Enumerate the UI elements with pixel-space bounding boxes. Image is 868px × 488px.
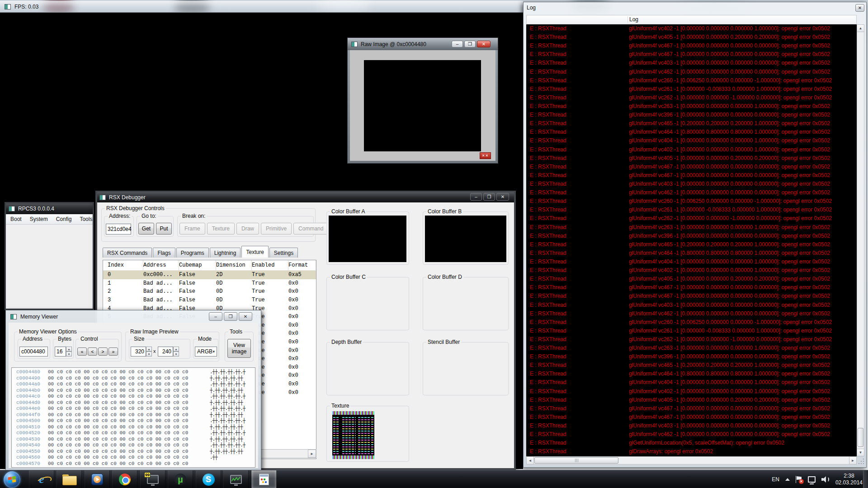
log-row[interactable]: E : RSXThread glUniform4f vc405 -1 [0.00… xyxy=(526,33,857,42)
col-format[interactable]: Format xyxy=(288,260,316,270)
log-row[interactable]: E : RSXThread glUniform4f vc402 -1 [0.00… xyxy=(526,145,857,154)
log-row[interactable]: E : RSXThread glUniform4f vc261 -1 [0.00… xyxy=(526,327,857,335)
log-row[interactable]: E : RSXThread glUniform4f vc462 -1 [0.00… xyxy=(526,188,857,197)
put-button[interactable]: Put xyxy=(156,223,172,235)
log-row[interactable]: E : RSXThread glUniform4f vc467 -1 [0.00… xyxy=(526,292,857,300)
log-row[interactable]: E : RSXThread glUniform4f vc467 -1 [0.00… xyxy=(526,283,857,292)
log-row[interactable]: E : RSXThread glUniform4f vc263 -1 [0.00… xyxy=(526,102,857,111)
bytes-spinner[interactable]: ▲▼ xyxy=(66,347,72,357)
horizontal-scroll-thumb[interactable] xyxy=(534,457,618,464)
log-row[interactable]: E : RSXThread glUniform4f vc402 -1 [0.00… xyxy=(526,266,857,275)
log-row[interactable]: E : RSXThread glUniform4f vc464 -1 [0.80… xyxy=(526,249,857,258)
rsx-tab[interactable]: RSX Commands xyxy=(103,248,152,258)
minimize-button[interactable]: – xyxy=(452,41,463,47)
taskbar-button-chrome[interactable] xyxy=(112,470,137,488)
scroll-down-arrow[interactable]: ▼ xyxy=(857,449,864,456)
memory-nav-button[interactable]: < xyxy=(88,347,97,356)
fps-window-titlebar[interactable]: FPS: 0.03 xyxy=(0,1,523,13)
menu-item[interactable]: Config xyxy=(56,216,72,222)
show-desktop-button[interactable] xyxy=(863,470,868,488)
scroll-left-arrow[interactable]: ◄ xyxy=(526,456,534,465)
break-button[interactable]: Draw xyxy=(236,223,259,235)
log-row[interactable]: E : RSXThread glUniform4f vc262 -1 [0.00… xyxy=(526,214,857,223)
log-row[interactable]: E : RSXThread glUniform4f vc462 -1 [0.00… xyxy=(526,430,857,439)
log-row[interactable]: E : RSXThread glUniform4f vc403 -1 [0.00… xyxy=(526,301,857,310)
language-indicator[interactable]: EN xyxy=(772,476,779,483)
log-row[interactable]: E : RSXThread glUniform4f vc467 -1 [0.00… xyxy=(526,413,857,422)
minimize-button[interactable]: – xyxy=(470,193,482,201)
get-button[interactable]: Get xyxy=(138,223,154,235)
taskbar-button-fps-counter[interactable]: 99 xyxy=(140,470,165,488)
log-row[interactable]: E : RSXThread glUniform4f vc263 -1 [0.00… xyxy=(526,223,857,232)
log-row[interactable]: E : RSXThread glUniform4f vc465 -1 [0.20… xyxy=(526,361,857,370)
log-row[interactable]: E : RSXThread glUniform4f vc263 -1 [0.00… xyxy=(526,344,857,352)
log-row[interactable]: E : RSXThread glUniform4f vc405 -1 [0.00… xyxy=(526,154,857,163)
log-row[interactable]: E : RSXThread glUniform4f vc261 -1 [0.00… xyxy=(526,206,857,214)
log-row[interactable]: E : RSXThread glDrawArrays: opengl error… xyxy=(526,447,857,456)
log-row[interactable]: E : RSXThread glUniform4f vc404 -1 [0.00… xyxy=(526,378,857,387)
log-row[interactable]: E : RSXThread glUniform4f vc465 -1 [0.20… xyxy=(526,119,857,128)
log-row[interactable]: E : RSXThread glUniform4f vc403 -1 [0.00… xyxy=(526,422,857,430)
log-list[interactable]: E : RSXThread glUniform4f vc402 -1 [0.00… xyxy=(526,24,857,456)
mode-dropdown[interactable]: ARGB ▾ xyxy=(195,347,217,357)
break-button[interactable]: Primitive xyxy=(261,223,292,235)
rsx-tab[interactable]: Programs xyxy=(176,248,209,258)
log-row[interactable]: E : RSXThread glUniform4f vc396 -1 [0.00… xyxy=(526,352,857,361)
start-button[interactable] xyxy=(2,470,22,488)
view-image-button[interactable]: View image xyxy=(227,339,251,358)
menu-item[interactable]: Tools xyxy=(80,216,92,222)
log-row[interactable]: E : RSXThread glUniform4f vc462 -1 [0.00… xyxy=(526,310,857,318)
log-row[interactable]: E : RSXThread glUniform4f vc261 -1 [0.00… xyxy=(526,85,857,94)
hex-dump-panel[interactable]: c0004480 00 c0 c0 c0 00 c0 c0 c0 00 c0 c… xyxy=(11,367,255,468)
log-row[interactable]: E : RSXThread glUniform4f vc405 -1 [0.00… xyxy=(526,396,857,404)
col-address[interactable]: Address xyxy=(143,260,179,270)
taskbar-button-explorer[interactable] xyxy=(57,470,82,488)
memory-nav-button[interactable]: » xyxy=(108,347,118,356)
log-row[interactable]: E : RSXThread glUniform4f vc404 -1 [0.00… xyxy=(526,136,857,145)
raw-image-corner-close-button[interactable]: ✕✕ xyxy=(480,152,491,159)
action-center-icon[interactable]: ✕ xyxy=(796,476,802,483)
vertical-scroll-thumb[interactable] xyxy=(858,428,863,447)
col-dimension[interactable]: Dimension xyxy=(216,260,252,270)
log-row[interactable]: E : RSXThread glUniform4f vc260 -1 [0.00… xyxy=(526,76,857,85)
table-row[interactable]: 0 0xc000... False 2D True 0xa5 xyxy=(103,271,316,279)
memory-nav-button[interactable]: « xyxy=(77,347,87,356)
break-button[interactable]: Frame xyxy=(179,223,205,235)
rsx-debugger-titlebar[interactable]: RSX Debugger xyxy=(97,192,514,202)
scroll-up-arrow[interactable]: ▲ xyxy=(857,24,864,32)
memory-viewer-titlebar[interactable]: Memory Viewer xyxy=(6,310,261,323)
scroll-right-arrow[interactable]: ► xyxy=(849,456,857,465)
log-row[interactable]: E : RSXThread glUniform4f vc464 -1 [0.80… xyxy=(526,370,857,378)
log-row[interactable]: E : RSXThread glUniform4f vc465 -1 [0.20… xyxy=(526,240,857,249)
break-button[interactable]: Command xyxy=(293,223,328,235)
taskbar-button-skype[interactable]: S xyxy=(196,470,221,488)
menu-item[interactable]: Boot xyxy=(10,216,22,222)
taskbar-button-task-manager[interactable] xyxy=(223,470,249,488)
log-row[interactable]: E : RSXThread glUniform4f vc467 -1 [0.00… xyxy=(526,42,857,50)
bytes-input[interactable]: 16 xyxy=(55,347,66,357)
log-row[interactable]: E : RSXThread glUniform4f vc403 -1 [0.00… xyxy=(526,59,857,67)
rpcs3-titlebar[interactable]: RPCS3 0.0.0.4 xyxy=(6,203,93,214)
table-row[interactable]: 1 Bad ad... False 0D True 0x0 xyxy=(103,279,316,288)
log-row[interactable]: E : RSXThread glUniform4f vc396 -1 [0.00… xyxy=(526,232,857,240)
memory-nav-button[interactable]: > xyxy=(98,347,108,356)
close-button[interactable]: ✕ xyxy=(239,312,252,321)
resize-grip[interactable] xyxy=(859,458,865,464)
rsx-address-input[interactable]: 321cd0e4 xyxy=(106,224,131,235)
taskbar-button-internet-explorer[interactable]: e xyxy=(29,470,54,488)
rsx-tab[interactable]: Flags xyxy=(153,248,175,258)
log-row[interactable]: E : RSXThread glUniform4f vc462 -1 [0.00… xyxy=(526,68,857,76)
menu-item[interactable]: System xyxy=(30,216,48,222)
log-row[interactable]: E : RSXThread glUniform4f vc405 -1 [0.00… xyxy=(526,275,857,283)
minimize-button[interactable]: – xyxy=(209,312,222,321)
taskbar-button-rpcs3-active[interactable] xyxy=(251,470,277,488)
table-row[interactable]: 2 Bad ad... False 0D True 0x0 xyxy=(103,287,316,296)
table-row[interactable]: 3 Bad ad... False 0D True 0x0 xyxy=(103,296,316,305)
log-row[interactable]: E : RSXThread glUniform4f vc467 -1 [0.00… xyxy=(526,50,857,59)
log-row[interactable]: E : RSXThread glUniform4f vc403 -1 [0.00… xyxy=(526,180,857,188)
break-button[interactable]: Texture xyxy=(207,223,235,235)
log-column-header[interactable]: Log xyxy=(526,15,857,24)
log-row[interactable]: E : RSXThread glUniform4f vc402 -1 [0.00… xyxy=(526,387,857,396)
close-button[interactable]: ✕ xyxy=(496,193,509,201)
taskbar-button-media-player[interactable] xyxy=(85,470,110,488)
